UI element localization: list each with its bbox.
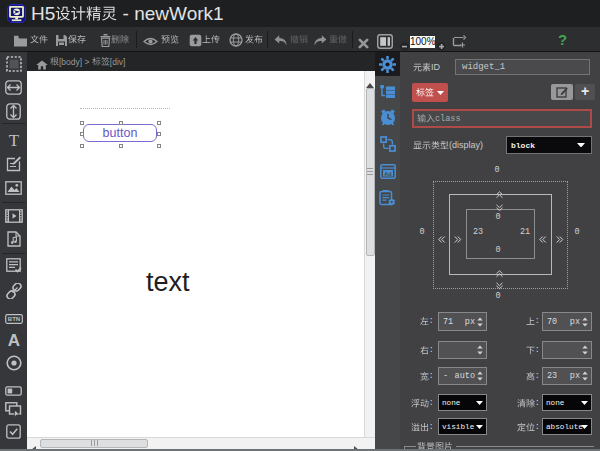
svg-text:BTN: BTN [7, 316, 19, 322]
svg-text:Ad: Ad [384, 170, 391, 176]
svg-text:T: T [8, 133, 19, 147]
svg-text:A: A [7, 332, 19, 347]
